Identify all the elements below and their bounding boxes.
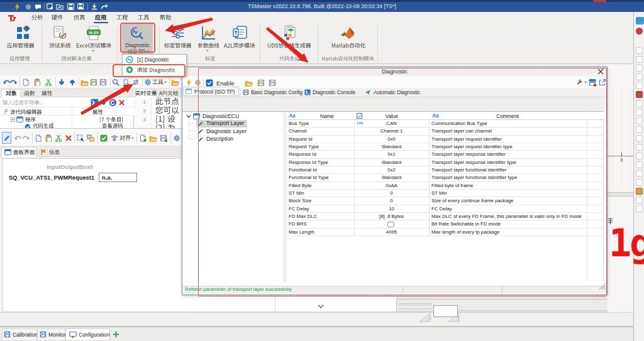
tools-gear-icon[interactable] [144,78,152,86]
sliver-icon [636,144,643,151]
menu-item-2[interactable] [74,14,85,21]
redo-icon[interactable] [10,78,18,86]
menu-item-1-icon[interactable] [126,56,133,63]
excel-module-icon[interactable]: XLSX [87,26,101,40]
align-icon[interactable] [111,134,118,142]
designer-sep-4 [136,133,137,143]
import-icon[interactable] [91,3,98,11]
ribbon-caret-pcurve [206,50,209,53]
ribbon-label-4[interactable] [164,43,192,48]
sliver-icon [636,205,643,212]
align-caret [131,138,134,140]
designer-paste-icon[interactable] [45,134,52,142]
designer-cut-icon[interactable] [55,134,62,142]
ribbon-group-1 [61,56,92,61]
designer-open-icon[interactable] [149,134,157,142]
tsmaster-logo [8,14,16,22]
app-manager-icon[interactable] [16,26,30,40]
new-doc-icon[interactable] [22,78,30,86]
pencil-icon[interactable] [3,134,11,142]
right-canvas-gridline [630,88,631,188]
annotation-box-dialog [198,68,607,296]
ribbon-label-5[interactable] [197,43,219,48]
align-label[interactable] [119,135,131,141]
tree-guide-v [189,119,189,139]
sliver-icon [636,126,643,133]
tab-objects-label[interactable] [6,90,17,96]
move-up-icon[interactable] [69,78,76,86]
paste-icon[interactable] [33,78,41,86]
tree-expander-icon[interactable] [11,117,15,122]
ribbon-label-6[interactable] [224,43,255,48]
record-icon[interactable] [25,4,31,10]
designer-new-icon[interactable] [35,134,42,142]
menu-item-4[interactable] [116,14,128,21]
matlab-icon[interactable] [340,26,355,40]
snap-icon[interactable] [100,134,108,142]
designer-undo-icon[interactable] [14,134,21,142]
sliver-blue-icon [636,17,644,24]
undo-icon[interactable] [3,78,10,86]
dialog-lightning-icon[interactable] [186,78,192,87]
bottom-tab-configuration-label: Configuration [79,332,109,338]
ecu-caret-icon[interactable] [186,114,191,119]
sliver-icon [636,179,643,186]
ribbon-group-separator [318,26,318,62]
chat-icon[interactable] [35,4,42,11]
tab-properties-label[interactable] [42,90,53,96]
designer-gear-icon[interactable] [173,134,180,142]
add-tab-icon[interactable] [113,331,119,338]
move-down-icon[interactable] [58,78,65,86]
ribbon-group-separator [42,26,42,62]
menu-item-1[interactable] [52,14,63,21]
tab-realtime-vars-label[interactable] [135,90,157,96]
toolbar-separator [169,77,170,87]
ribbon-label-8[interactable] [331,43,365,48]
save-as-icon-title[interactable] [77,3,84,10]
menu-item-5[interactable] [138,14,149,21]
dropdown-item-1[interactable]: [1] Diagnostic [137,57,169,63]
toolbar-separator [142,77,143,87]
resize-grip-1 [419,313,431,322]
protocol-tab-icon[interactable] [186,88,192,94]
ribbon-label-1[interactable] [49,43,71,48]
designer-save-icon[interactable] [160,134,167,142]
sliver-icon [636,135,643,142]
tools-label[interactable] [152,79,164,85]
code-line-text-0 [155,97,179,106]
program-node-label[interactable] [25,117,36,122]
sliver-icon [636,170,643,177]
filter-placeholder[interactable] [3,100,44,106]
tab-api-doc-label[interactable] [159,90,178,96]
control-textbox-value: n.a. [102,175,133,181]
ribbon-group-2 [205,56,215,61]
menu-item-0[interactable] [31,14,43,21]
select-icon[interactable] [77,134,84,142]
tab-panel-ui-label[interactable] [13,149,35,155]
menu-item-3[interactable] [95,14,106,21]
sliver-icon [636,153,643,160]
bottom-tab-calibration-label: Calibration [13,332,38,338]
designer-redo-icon[interactable] [23,134,30,142]
tab-functions-label[interactable] [24,90,35,96]
mini-white-box[interactable] [433,305,458,317]
annotation-arrow-1 [164,16,214,34]
open2-icon[interactable] [171,78,179,86]
designer-newpanel-icon[interactable] [139,134,147,142]
tab-info-label[interactable] [49,149,60,155]
export-icon[interactable] [101,3,108,11]
ribbon-label-0[interactable] [7,43,35,48]
open-project-icon[interactable] [56,3,64,10]
test-system-icon[interactable] [53,26,67,40]
collapse-chevron-icon[interactable] [318,304,324,309]
new-window-icon[interactable] [47,3,53,10]
group-icon[interactable] [87,134,94,142]
lightning-icon[interactable] [14,3,21,11]
cut-icon[interactable] [45,78,52,86]
designer-delete-icon[interactable] [65,134,72,142]
ribbon-caret-excel [92,50,94,53]
save-icon-title[interactable] [67,3,74,10]
a2l-sync-icon[interactable] [233,26,247,40]
annotation-box-button [120,23,155,53]
ribbon-label-2[interactable] [76,43,111,48]
